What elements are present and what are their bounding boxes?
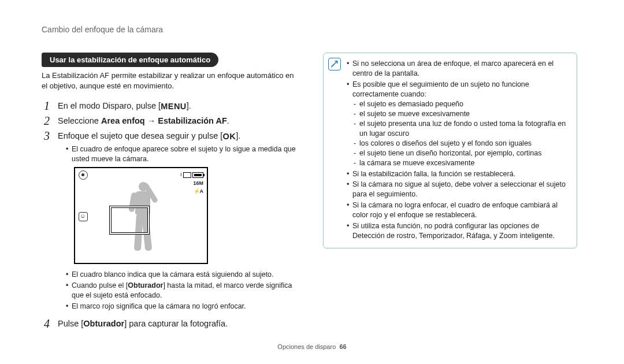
- step-number: 2: [42, 114, 52, 127]
- step-number: 3: [42, 129, 52, 315]
- note-subitem: el sujeto es demasiado pequeño: [354, 99, 570, 109]
- step-number: 4: [42, 317, 52, 330]
- step-3-text: Enfoque el sujeto que desea seguir y pul…: [58, 131, 299, 143]
- footer-section: Opciones de disparo: [277, 343, 336, 350]
- step-3: 3 Enfoque el sujeto que desea seguir y p…: [42, 129, 299, 315]
- breadcrumb: Cambio del enfoque de la cámara: [42, 24, 595, 35]
- menu-key-icon: MENU: [161, 101, 187, 113]
- note-item: Si la cámara no sigue al sujeto, debe vo…: [347, 180, 570, 199]
- battery-icon: [192, 172, 203, 178]
- step-4: 4 Pulse [Obturador] para capturar la fot…: [42, 317, 299, 330]
- info-note-box: Si no selecciona un área de enfoque, el …: [323, 53, 577, 248]
- step-3-sub-bullet: El cuadro de enfoque aparece sobre el su…: [66, 144, 299, 164]
- step-1: 1 En el modo Disparo, pulse [MENU].: [42, 99, 299, 113]
- step-2: 2 Seleccione Area enfoq → Estabilización…: [42, 114, 299, 127]
- page-footer: Opciones de disparo 66: [0, 343, 624, 351]
- note-subitem: el sujeto tiene un diseño horizontal, po…: [354, 148, 570, 158]
- note-item: Si no selecciona un área de enfoque, el …: [347, 59, 570, 79]
- note-subitem: la cámara se mueve excesivamente: [354, 158, 570, 168]
- note-item: Es posible que el seguimiento de un suje…: [347, 80, 570, 168]
- ok-key-icon: OK: [222, 131, 236, 143]
- note-subitem: el sujeto se mueve excesivamente: [354, 109, 570, 119]
- step-3-note-green: Cuando pulse el [Obturador] hasta la mit…: [66, 281, 299, 300]
- note-item: Si la cámara no logra enfocar, el cuadro…: [347, 200, 570, 220]
- step-number: 1: [42, 99, 52, 113]
- camera-lcd-illustration: I 16M ⚡A: [74, 167, 208, 264]
- mode-icon: [79, 170, 88, 180]
- step-1-text: En el modo Disparo, pulse [MENU].: [58, 101, 191, 113]
- step-4-text: Pulse [Obturador] para capturar la fotog…: [58, 318, 228, 330]
- note-subitem: el sujeto presenta una luz de fondo o us…: [354, 119, 570, 139]
- section-title-pill: Usar la estabilización de enfoque automá…: [42, 53, 218, 68]
- section-description: La Estabilización AF permite estabilizar…: [42, 70, 299, 91]
- lcd-resolution-label: 16M: [180, 179, 203, 187]
- step-3-note-red: El marco rojo significa que la cámara no…: [66, 302, 299, 311]
- step-2-text: Seleccione Area enfoq → Estabilización A…: [58, 116, 229, 127]
- info-icon: [328, 58, 341, 70]
- note-subitem: los colores o diseños del sujeto y el fo…: [354, 139, 570, 148]
- face-detect-icon: [79, 212, 88, 221]
- lcd-flash-label: ⚡A: [180, 187, 203, 195]
- note-item: Si utiliza esta función, no podrá config…: [347, 221, 570, 241]
- step-3-note-white: El cuadro blanco indica que la cámara es…: [66, 270, 299, 280]
- lcd-status-row: I: [180, 170, 203, 179]
- note-item: Si la estabilización falla, la función s…: [347, 169, 570, 179]
- footer-page-number: 66: [339, 343, 346, 350]
- af-frame-icon: [110, 206, 149, 234]
